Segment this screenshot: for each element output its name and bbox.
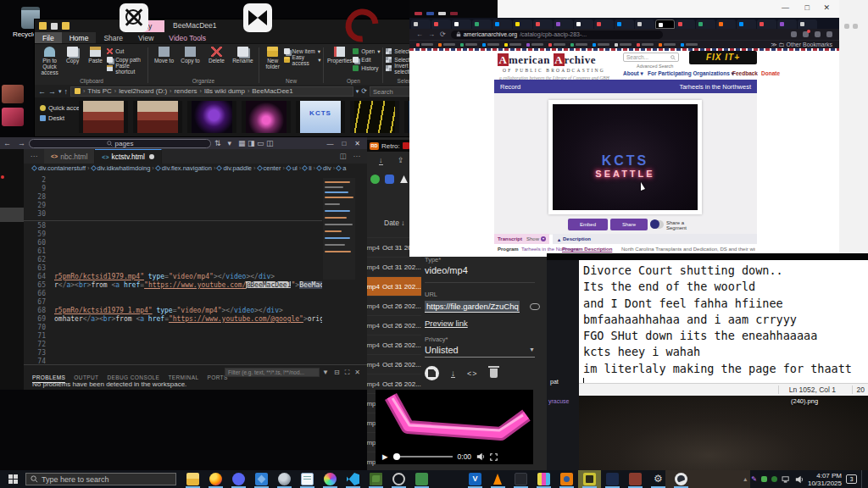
close-panel-icon[interactable]: ✕ bbox=[354, 369, 360, 377]
embed-button[interactable]: Embed bbox=[568, 219, 608, 230]
show-desktop-button[interactable] bbox=[861, 470, 865, 488]
code-line[interactable]: 69omhater</a><br>from <a href="https://w… bbox=[24, 315, 322, 324]
bookmark-item[interactable] bbox=[526, 43, 543, 47]
code-line[interactable]: 30 bbox=[24, 210, 322, 219]
file-row[interactable]: mp4Oct 26 202... bbox=[367, 296, 421, 315]
explorer-tab-video-tools[interactable]: Video Tools bbox=[161, 32, 214, 43]
browser-tab[interactable] bbox=[757, 19, 776, 29]
copy-to-button[interactable]: Copy to bbox=[177, 46, 203, 77]
code-line[interactable]: 28 bbox=[24, 193, 322, 202]
breadcrumb-segment[interactable]: div.idkwhatimdoing bbox=[97, 164, 151, 172]
browser-tab[interactable] bbox=[554, 19, 573, 29]
forward-icon[interactable]: → bbox=[18, 137, 25, 149]
action-center-icon[interactable]: 3 bbox=[846, 474, 857, 484]
bookmark-item[interactable] bbox=[659, 43, 676, 47]
taskbar-app-paint3d[interactable] bbox=[319, 470, 342, 488]
minimize-button[interactable]: — bbox=[326, 140, 333, 147]
qat-new-folder-icon[interactable] bbox=[62, 22, 70, 30]
aapb-logo[interactable]: American Archive OF PUBLIC BROADCASTING … bbox=[498, 53, 625, 80]
explorer-tab-file[interactable]: File bbox=[35, 32, 62, 43]
browser-tab[interactable] bbox=[472, 19, 492, 29]
tab-debug-console[interactable]: DEBUG CONSOLE bbox=[107, 374, 159, 380]
editor-tab-kctstv[interactable]: <> kctstv.html bbox=[95, 149, 162, 164]
explorer-tab-home[interactable]: Home bbox=[62, 32, 97, 43]
explorer-tab-view[interactable]: View bbox=[131, 32, 161, 43]
move-to-button[interactable]: Move to bbox=[151, 46, 177, 77]
taskbar-app-vlc[interactable] bbox=[487, 470, 509, 488]
sidebar-item-quick-access[interactable]: Quick access bbox=[40, 103, 75, 113]
blue-app-icon[interactable] bbox=[385, 175, 394, 184]
taskbar-app-discord[interactable] bbox=[227, 470, 250, 488]
code-line[interactable]: 58 bbox=[24, 222, 322, 230]
tab-output[interactable]: OUTPUT bbox=[74, 374, 98, 380]
browser-tab[interactable] bbox=[737, 19, 756, 29]
recent-locations-icon[interactable]: ▾ bbox=[58, 88, 62, 95]
account-icon[interactable] bbox=[803, 31, 809, 37]
bookmark-item[interactable] bbox=[615, 43, 632, 47]
delete-button[interactable] bbox=[490, 369, 498, 378]
bookmark-item[interactable] bbox=[416, 43, 433, 47]
browser-tab[interactable] bbox=[696, 19, 715, 29]
desktop-icon-label[interactable]: (240).png bbox=[791, 397, 818, 405]
breadcrumb-segment[interactable]: l8s wiki dump bbox=[204, 87, 245, 95]
problems-filter-input[interactable]: Filter (e.g. text, **/*.ts, !**/nod... bbox=[225, 368, 320, 377]
download-button[interactable]: ↓ bbox=[451, 369, 455, 378]
start-button[interactable] bbox=[0, 470, 25, 488]
share-icon[interactable]: ⇪ bbox=[398, 156, 404, 164]
yellow-scribble-clip[interactable] bbox=[350, 101, 399, 133]
easy-access-button[interactable]: Easy access ▾ bbox=[284, 56, 321, 64]
copy-button[interactable]: Copy bbox=[61, 46, 84, 77]
forward-icon[interactable]: → bbox=[428, 30, 435, 38]
taskbar-app-obs[interactable] bbox=[670, 470, 693, 488]
fix-it-button[interactable]: FIX IT+ bbox=[689, 51, 757, 64]
browser-tab[interactable] bbox=[676, 19, 695, 29]
taskbar-app-settings[interactable]: ⚙ bbox=[647, 470, 670, 488]
notepad-window[interactable]: Divorce Court shutting down.. Its the en… bbox=[579, 260, 868, 396]
bookmark-item[interactable] bbox=[681, 43, 698, 47]
collapse-icon[interactable]: ⊟ bbox=[334, 369, 340, 377]
close-button[interactable]: ✕ bbox=[823, 3, 830, 12]
code-line[interactable]: 9 bbox=[24, 185, 322, 193]
sunset-clip-2[interactable] bbox=[133, 101, 182, 133]
up-icon[interactable]: ↑ bbox=[64, 87, 69, 96]
taskbar-app-ring[interactable] bbox=[387, 470, 410, 488]
tray-app-icon[interactable] bbox=[771, 476, 777, 482]
tab-terminal[interactable]: TERMINAL bbox=[168, 374, 198, 380]
new-folder-button[interactable]: New folder bbox=[262, 46, 284, 77]
file-row[interactable]: mp4Oct 31 202... bbox=[367, 276, 421, 296]
delete-button[interactable]: Delete bbox=[203, 46, 230, 77]
taskbar-app-capcut[interactable] bbox=[509, 470, 532, 488]
pen-icon[interactable]: ✎ bbox=[751, 475, 757, 483]
breadcrumb-segment[interactable]: center bbox=[264, 164, 281, 172]
download-icon[interactable]: ↓ bbox=[379, 156, 383, 165]
bookmark-item[interactable] bbox=[637, 43, 654, 47]
fullscreen-icon[interactable] bbox=[490, 453, 498, 461]
breadcrumb-segment[interactable]: a bbox=[342, 164, 346, 172]
file-row[interactable]: mp4Oct 26 202... bbox=[367, 315, 421, 335]
kcts-seattle-clip[interactable]: KCTS bbox=[296, 101, 345, 133]
browser-tab[interactable] bbox=[431, 19, 451, 29]
taskbar-app-minecraft[interactable] bbox=[364, 470, 387, 488]
capcut-icon[interactable] bbox=[243, 3, 272, 32]
paste-shortcut-button[interactable]: Paste shortcut bbox=[107, 64, 145, 72]
pages-search-input[interactable]: pages bbox=[29, 139, 211, 148]
bookmark-item[interactable] bbox=[460, 43, 477, 47]
rename-button[interactable]: Rename bbox=[230, 46, 256, 77]
cut-button[interactable]: Cut bbox=[107, 47, 145, 55]
taskbar-app-blender[interactable] bbox=[555, 470, 578, 488]
history-button[interactable]: History bbox=[353, 64, 380, 72]
bookmark-item[interactable] bbox=[504, 43, 521, 47]
breadcrumb[interactable]: div.containerstuff›div.idkwhatimdoing›di… bbox=[24, 164, 367, 173]
nav-donate[interactable]: Donate bbox=[761, 70, 780, 76]
browser-tab[interactable] bbox=[452, 19, 471, 29]
bookmark-item[interactable] bbox=[570, 43, 587, 47]
preview-link[interactable]: Preview link bbox=[425, 319, 547, 328]
sunset-clip-1[interactable] bbox=[79, 101, 128, 133]
video-player[interactable]: KCTS SEATTLE bbox=[553, 104, 698, 210]
maximize-button[interactable]: □ bbox=[805, 3, 810, 12]
editor-tab-nbc[interactable]: <> nbc.html bbox=[44, 149, 95, 164]
breadcrumb-segment[interactable]: div.containerstuff bbox=[38, 164, 86, 172]
browser-tab[interactable] bbox=[594, 19, 614, 29]
triangle-app-icon[interactable] bbox=[399, 175, 409, 184]
menu-icon[interactable] bbox=[826, 31, 832, 37]
